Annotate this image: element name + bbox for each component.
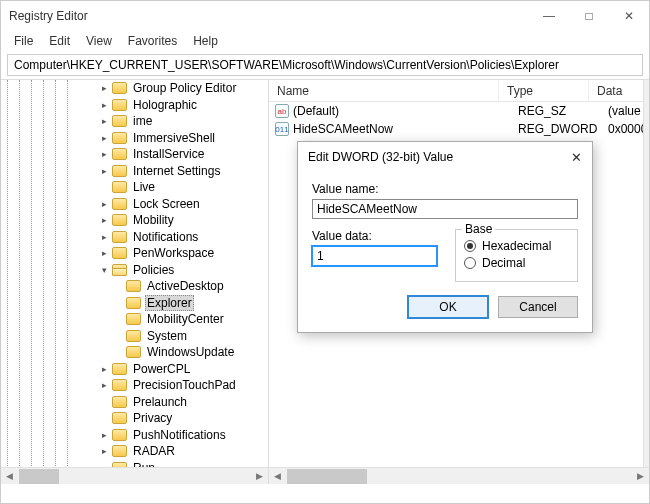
tree-node-label: PenWorkspace	[131, 246, 216, 260]
scroll-thumb[interactable]	[287, 469, 367, 484]
value-data-input[interactable]	[312, 246, 437, 266]
chevron-right-icon[interactable]: ▸	[99, 116, 110, 127]
value-name-label: Value name:	[312, 182, 578, 196]
folder-icon	[112, 429, 127, 441]
tree-node-label: Privacy	[131, 411, 174, 425]
radio-dot-icon	[464, 240, 476, 252]
menu-view[interactable]: View	[79, 32, 119, 50]
tree-node-label: Lock Screen	[131, 197, 202, 211]
chevron-down-icon[interactable]: ▾	[99, 264, 110, 275]
folder-icon	[112, 231, 127, 243]
value-row[interactable]: ab(Default)REG_SZ(value not s	[269, 102, 649, 120]
scroll-thumb[interactable]	[19, 469, 59, 484]
tree-node-label: Policies	[131, 263, 176, 277]
chevron-right-icon[interactable]: ▸	[99, 429, 110, 440]
tree-horizontal-scrollbar[interactable]: ◀ ▶	[1, 467, 268, 484]
column-headers[interactable]: Name Type Data	[269, 80, 649, 102]
close-button[interactable]: ✕	[609, 1, 649, 31]
tree-node-label: PrecisionTouchPad	[131, 378, 238, 392]
dialog-close-icon[interactable]: ✕	[558, 150, 582, 165]
column-data[interactable]: Data	[589, 80, 649, 101]
radio-decimal[interactable]: Decimal	[464, 256, 569, 270]
folder-icon	[112, 82, 127, 94]
tree-spacer	[113, 347, 124, 358]
radio-dot-icon	[464, 257, 476, 269]
binary-value-icon: 011	[275, 122, 289, 136]
tree-node-label: Explorer	[145, 295, 194, 311]
folder-icon	[112, 99, 127, 111]
values-horizontal-scrollbar[interactable]: ◀ ▶	[269, 467, 649, 484]
folder-icon	[126, 346, 141, 358]
radio-dec-label: Decimal	[482, 256, 525, 270]
dialog-title: Edit DWORD (32-bit) Value	[308, 150, 558, 164]
tree-spacer	[99, 413, 110, 424]
tree-node-label: WindowsUpdate	[145, 345, 236, 359]
folder-icon	[112, 396, 127, 408]
chevron-right-icon[interactable]: ▸	[99, 132, 110, 143]
radio-hexadecimal[interactable]: Hexadecimal	[464, 239, 569, 253]
column-name[interactable]: Name	[269, 80, 499, 101]
chevron-right-icon[interactable]: ▸	[99, 248, 110, 259]
column-type[interactable]: Type	[499, 80, 589, 101]
folder-icon	[126, 297, 141, 309]
menu-edit[interactable]: Edit	[42, 32, 77, 50]
folder-icon	[112, 165, 127, 177]
cancel-button[interactable]: Cancel	[498, 296, 578, 318]
registry-tree[interactable]: ▸Group Policy Editor▸Holographic▸ime▸Imm…	[1, 80, 268, 467]
tree-node-label: Prelaunch	[131, 395, 189, 409]
scroll-left-icon[interactable]: ◀	[1, 468, 18, 485]
dialog-titlebar: Edit DWORD (32-bit) Value ✕	[298, 142, 592, 172]
base-group: Base Hexadecimal Decimal	[455, 229, 578, 282]
chevron-right-icon[interactable]: ▸	[99, 99, 110, 110]
string-value-icon: ab	[275, 104, 289, 118]
value-type: REG_DWORD	[518, 122, 608, 136]
tree-node-label: System	[145, 329, 189, 343]
tree-node-label: PowerCPL	[131, 362, 192, 376]
minimize-button[interactable]: —	[529, 1, 569, 31]
address-bar[interactable]: Computer\HKEY_CURRENT_USER\SOFTWARE\Micr…	[7, 54, 643, 76]
tree-node-label: ActiveDesktop	[145, 279, 226, 293]
ok-button[interactable]: OK	[408, 296, 488, 318]
value-row[interactable]: 011HideSCAMeetNowREG_DWORD0x00000000	[269, 120, 649, 138]
tree-node-label: Group Policy Editor	[131, 81, 238, 95]
tree-spacer	[99, 462, 110, 467]
chevron-right-icon[interactable]: ▸	[99, 363, 110, 374]
scroll-right-icon[interactable]: ▶	[632, 468, 649, 485]
chevron-right-icon[interactable]: ▸	[99, 83, 110, 94]
tree-spacer	[99, 182, 110, 193]
address-text: Computer\HKEY_CURRENT_USER\SOFTWARE\Micr…	[14, 58, 559, 72]
tree-node-label: MobilityCenter	[145, 312, 226, 326]
chevron-right-icon[interactable]: ▸	[99, 231, 110, 242]
menu-favorites[interactable]: Favorites	[121, 32, 184, 50]
value-name-input[interactable]	[312, 199, 578, 219]
title-bar: Registry Editor — □ ✕	[1, 1, 649, 31]
folder-icon	[112, 412, 127, 424]
folder-icon	[112, 214, 127, 226]
value-data-label: Value data:	[312, 229, 437, 243]
chevron-right-icon[interactable]: ▸	[99, 198, 110, 209]
tree-node-label: PushNotifications	[131, 428, 228, 442]
chevron-right-icon[interactable]: ▸	[99, 380, 110, 391]
maximize-button[interactable]: □	[569, 1, 609, 31]
tree-spacer	[99, 396, 110, 407]
chevron-right-icon[interactable]: ▸	[99, 149, 110, 160]
folder-icon	[112, 115, 127, 127]
vertical-scrollbar-gutter	[643, 80, 649, 467]
folder-icon	[112, 445, 127, 457]
chevron-right-icon[interactable]: ▸	[99, 165, 110, 176]
value-name: (Default)	[293, 104, 518, 118]
menu-help[interactable]: Help	[186, 32, 225, 50]
chevron-right-icon[interactable]: ▸	[99, 215, 110, 226]
menu-file[interactable]: File	[7, 32, 40, 50]
folder-icon	[126, 280, 141, 292]
chevron-right-icon[interactable]: ▸	[99, 446, 110, 457]
scroll-left-icon[interactable]: ◀	[269, 468, 286, 485]
folder-icon	[112, 363, 127, 375]
scroll-right-icon[interactable]: ▶	[251, 468, 268, 485]
folder-icon	[126, 313, 141, 325]
tree-spacer	[113, 281, 124, 292]
tree-pane: ▸Group Policy Editor▸Holographic▸ime▸Imm…	[1, 80, 269, 484]
folder-icon	[112, 148, 127, 160]
value-type: REG_SZ	[518, 104, 608, 118]
folder-icon	[112, 132, 127, 144]
